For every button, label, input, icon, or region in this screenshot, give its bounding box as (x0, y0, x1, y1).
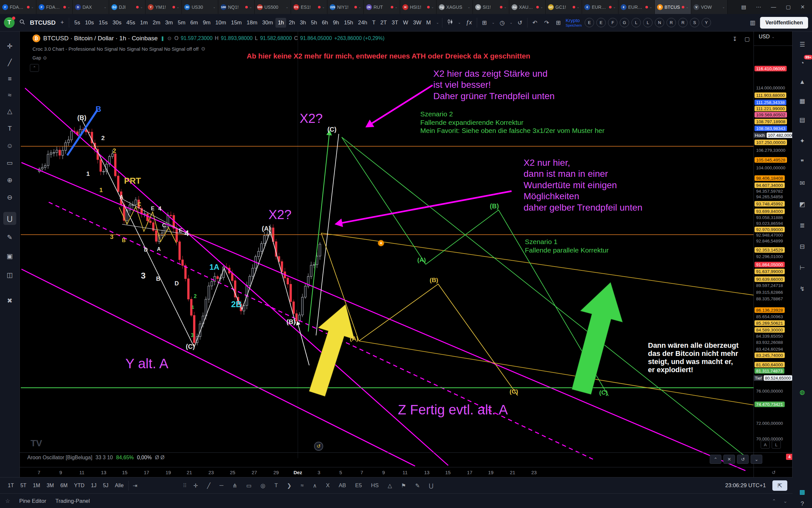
tab-caret-icon[interactable]: ⌄ (722, 5, 725, 9)
compare-add-icon[interactable]: + (58, 18, 66, 27)
range-5T[interactable]: 5T (18, 481, 29, 490)
timeframe-2m[interactable]: 2m (150, 18, 163, 28)
tab-caret-icon[interactable]: ⌄ (104, 5, 106, 9)
save-layout-label[interactable]: Speichern (566, 24, 582, 27)
dom-icon[interactable]: ⊟ (797, 241, 808, 252)
timeframe-6m[interactable]: 6m (188, 18, 200, 28)
layout-tab-R[interactable]: R (667, 18, 676, 27)
text-tool-icon[interactable]: T (3, 122, 16, 135)
flag-tool-icon[interactable]: ⚑ (399, 481, 408, 491)
browser-tab[interactable]: SiSI1!⌄ (473, 0, 509, 14)
range-5J[interactable]: 5J (100, 481, 111, 490)
publish-globe-icon[interactable]: ◍ (797, 386, 808, 398)
timeframe-caret-icon[interactable]: ⌄ (436, 20, 439, 25)
timeframe-W[interactable]: W (401, 18, 411, 28)
lock-tool-icon[interactable]: ▣ (3, 250, 16, 263)
browser-tab[interactable]: 30US30⌄ (182, 0, 218, 14)
layout-tab-S[interactable]: S (690, 18, 699, 27)
range-1M[interactable]: 1M (30, 481, 43, 490)
timeframe-15h[interactable]: 15h (342, 18, 355, 28)
tab-caret-icon[interactable]: ⌄ (686, 5, 688, 9)
text-tool-icon[interactable]: T (272, 481, 280, 491)
browser-tab[interactable]: DDAX⌄ (73, 0, 109, 14)
layout-grid-caret-icon[interactable]: ⌄ (492, 20, 495, 25)
pane-up-button[interactable]: ⌃ (710, 455, 721, 464)
rectangle-tool-icon[interactable]: ▭ (244, 481, 254, 491)
search-icon[interactable] (17, 18, 27, 28)
tab-caret-icon[interactable]: ⌄ (322, 5, 325, 9)
maximize-button[interactable]: ▢ (786, 4, 791, 10)
aroon-title[interactable]: Aroon Oscillator [BigBeluga] (27, 455, 92, 461)
aroon-pane-legend[interactable]: Aroon Oscillator [BigBeluga] 33 3 10 84,… (27, 455, 164, 461)
trendline-tool-icon[interactable]: ╱ (3, 56, 16, 69)
tab-caret-icon[interactable]: ⌄ (359, 5, 361, 9)
pine-editor-button[interactable]: Pine Editor (19, 498, 46, 504)
tab-caret-icon[interactable]: ⌄ (67, 5, 70, 9)
timeframe-9h[interactable]: 9h (331, 18, 341, 28)
pitchfork-tool-icon[interactable]: ⋔ (230, 481, 239, 491)
timeframe-1m[interactable]: 1m (138, 18, 150, 28)
manage-layouts-icon[interactable]: ⊞ (554, 18, 563, 28)
hline-tool-icon[interactable]: ─ (217, 481, 226, 491)
timeframe-3h[interactable]: 3h (297, 18, 308, 28)
quick-action-button[interactable]: ⇱ (772, 480, 787, 491)
menu-button[interactable]: ⋯ (756, 4, 761, 10)
cursor-tool-icon[interactable]: ✛ (3, 40, 16, 53)
tab-caret-icon[interactable]: ⌄ (177, 5, 179, 9)
timeframe-5m[interactable]: 5m (176, 18, 188, 28)
chat-icon[interactable]: ❞ (797, 156, 808, 168)
magnet-tool-icon[interactable]: ⋃ (426, 481, 436, 491)
tab-caret-icon[interactable]: ⌄ (249, 5, 252, 9)
browser-tab[interactable]: €EURUS⌄ (582, 0, 618, 14)
tab-caret-icon[interactable]: ⌄ (577, 5, 579, 9)
layout-grid-icon[interactable]: ⊞ (480, 18, 489, 28)
timeframe-3W[interactable]: 3W (411, 18, 424, 28)
alert-icon[interactable]: ◷ (497, 18, 507, 28)
pane-more-button[interactable]: ⌄ (751, 455, 762, 464)
timeframe-3m[interactable]: 3m (163, 18, 176, 28)
wave-tool-icon[interactable]: ≈ (298, 481, 306, 491)
hotlists-icon[interactable]: ▲ (797, 76, 808, 88)
emoji-tool-icon[interactable]: ☺ (3, 139, 16, 152)
layout-tab-L[interactable]: L (643, 18, 653, 27)
tab-caret-icon[interactable]: ⌄ (540, 5, 543, 9)
auto-scale-button[interactable]: A (761, 441, 770, 449)
publish-button[interactable]: Veröffentlichen (760, 17, 808, 29)
favorites-star-icon[interactable]: ☆ (5, 498, 10, 504)
zoom-out-tool-icon[interactable]: ⊖ (3, 191, 16, 204)
head-shoulders-icon[interactable]: HS (369, 481, 381, 491)
price-scale[interactable]: USD ⌄ 116.410,06000114.000,00000111.903,… (754, 31, 793, 477)
tab-caret-icon[interactable]: ⌄ (504, 5, 507, 9)
timeframe-9m[interactable]: 9m (200, 18, 213, 28)
axis-history-icon[interactable]: ↺ (772, 470, 776, 475)
panel-toggle-icon[interactable]: ▥ (748, 18, 757, 28)
range-6M[interactable]: 6M (58, 481, 70, 490)
draw-tool-icon[interactable]: ✎ (3, 231, 16, 244)
timeframe-30m[interactable]: 30m (260, 18, 275, 28)
time-axis[interactable]: 7911131517192123252729Dez357911131517192… (19, 467, 793, 477)
pattern-tool-icon[interactable]: ≈ (3, 88, 16, 101)
timeframe-45s[interactable]: 45s (124, 18, 137, 28)
elliott-impulse-icon[interactable]: E5 (353, 481, 364, 491)
browser-tab[interactable]: 500US500⌄ (255, 0, 291, 14)
zoom-in-tool-icon[interactable]: ⊕ (3, 174, 16, 186)
alert-caret-icon[interactable]: ⌄ (510, 20, 513, 25)
drag-handle-icon[interactable]: ⠿ (181, 481, 189, 491)
range-1J[interactable]: 1J (88, 481, 99, 490)
help-icon[interactable]: ? (797, 498, 808, 508)
replay-icon[interactable]: ↺ (516, 18, 524, 28)
timeframe-30s[interactable]: 30s (110, 18, 124, 28)
layout-tab-E[interactable]: E (596, 18, 606, 27)
user-avatar[interactable]: T (4, 17, 15, 28)
tab-overview-button[interactable]: ▤ (741, 4, 746, 10)
timeframe-15s[interactable]: 15s (96, 18, 110, 28)
browser-tab[interactable]: AgXAGUS⌄ (436, 0, 473, 14)
tab-caret-icon[interactable]: ⌄ (140, 5, 143, 9)
range-1T[interactable]: 1T (5, 481, 16, 490)
browser-tab[interactable]: 2KRUT⌄ (364, 0, 400, 14)
watchlist-icon[interactable]: ☰ (797, 38, 808, 50)
timeframe-10s[interactable]: 10s (83, 18, 96, 28)
pane-divider[interactable] (19, 453, 793, 453)
chart-type-candles-icon[interactable] (445, 17, 455, 28)
brush-tool-icon[interactable]: ✎ (413, 481, 422, 491)
